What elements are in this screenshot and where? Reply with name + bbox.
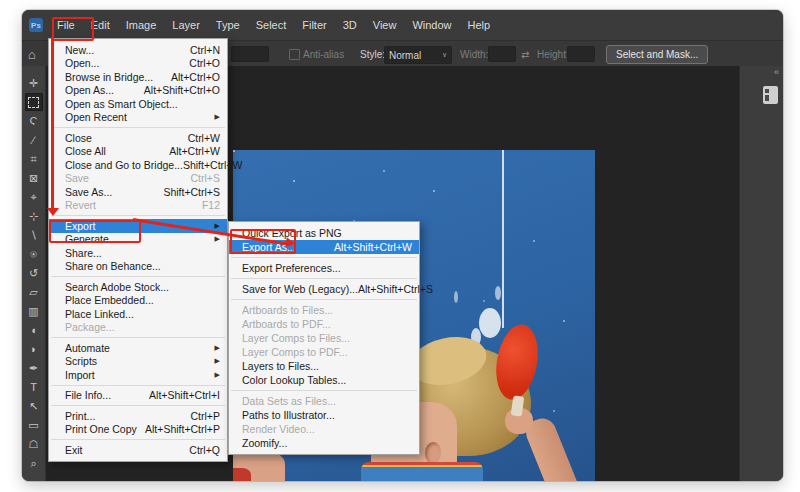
- move-tool-icon: ✛: [29, 77, 38, 90]
- height-input[interactable]: [567, 46, 595, 62]
- menu-window[interactable]: Window: [404, 10, 459, 40]
- menu-item-import[interactable]: Import▶: [49, 368, 227, 382]
- zoom-tool[interactable]: ⌕: [25, 454, 43, 472]
- menu-item-print-one-copy[interactable]: Print One CopyAlt+Shift+Ctrl+P: [49, 423, 227, 437]
- menu-item-close-all[interactable]: Close AllAlt+Ctrl+W: [49, 145, 227, 159]
- rectangle-tool[interactable]: ▭: [25, 416, 43, 434]
- menu-item-label: Color Lookup Tables...: [242, 374, 346, 386]
- lasso-tool[interactable]: Ϛ: [25, 112, 43, 130]
- width-input[interactable]: [488, 46, 516, 62]
- menu-image[interactable]: Image: [118, 10, 165, 40]
- brush-tool[interactable]: ∖: [25, 226, 43, 244]
- menu-type[interactable]: Type: [208, 10, 248, 40]
- blur-tool[interactable]: ◖: [25, 321, 43, 339]
- menu-item-share[interactable]: Share...: [49, 246, 227, 260]
- menu-item-label: Open as Smart Object...: [65, 98, 178, 110]
- menu-layer[interactable]: Layer: [164, 10, 208, 40]
- menu-item-open-as-smart-object[interactable]: Open as Smart Object...: [49, 97, 227, 111]
- menu-item-export-as[interactable]: Export As...Alt+Shift+Ctrl+W: [229, 240, 419, 254]
- menu-item-layer-comps-to-pdf[interactable]: Layer Comps to PDF...: [229, 345, 419, 359]
- paint-specks: [233, 150, 235, 152]
- menu-item-open[interactable]: Open...Ctrl+O: [49, 57, 227, 71]
- menu-item-exit[interactable]: ExitCtrl+Q: [49, 443, 227, 457]
- menu-item-new[interactable]: New...Ctrl+N: [49, 43, 227, 57]
- eraser-tool[interactable]: ▱: [25, 283, 43, 301]
- menu-item-zoomify[interactable]: Zoomify...: [229, 436, 419, 450]
- menu-item-close-and-go-to-bridge[interactable]: Close and Go to Bridge...Shift+Ctrl+W: [49, 158, 227, 172]
- menu-item-place-embedded[interactable]: Place Embedded...: [49, 294, 227, 308]
- menu-item-label: Close and Go to Bridge...: [65, 159, 183, 171]
- menu-item-export[interactable]: Export▶: [49, 219, 227, 233]
- menu-item-label: Zoomify...: [242, 437, 287, 449]
- menu-item-layer-comps-to-files[interactable]: Layer Comps to Files...: [229, 331, 419, 345]
- menu-item-search-adobe-stock[interactable]: Search Adobe Stock...: [49, 280, 227, 294]
- menu-separator: [51, 439, 225, 440]
- menu-item-open-as[interactable]: Open As...Alt+Shift+Ctrl+O: [49, 84, 227, 98]
- menu-item-shortcut: Alt+Shift+Ctrl+I: [149, 389, 220, 401]
- menu-filter[interactable]: Filter: [294, 10, 334, 40]
- dodge-tool[interactable]: ◗: [25, 340, 43, 358]
- menu-item-scripts[interactable]: Scripts▶: [49, 355, 227, 369]
- photoshop-window: Ps FileEditImageLayerTypeSelectFilter3DV…: [22, 10, 783, 481]
- menu-item-shortcut: F12: [202, 199, 220, 211]
- menu-item-revert[interactable]: RevertF12: [49, 199, 227, 213]
- anti-alias-checkbox[interactable]: [289, 49, 300, 60]
- menu-item-export-preferences[interactable]: Export Preferences...: [229, 261, 419, 275]
- menu-item-label: Generate: [65, 233, 109, 245]
- menu-item-automate[interactable]: Automate▶: [49, 341, 227, 355]
- menu-file[interactable]: File: [49, 10, 83, 40]
- menu-item-share-on-behance[interactable]: Share on Behance...: [49, 260, 227, 274]
- panel-icon[interactable]: [763, 86, 778, 104]
- menu-edit[interactable]: Edit: [83, 10, 118, 40]
- menu-3d[interactable]: 3D: [335, 10, 365, 40]
- menu-item-paths-to-illustrator[interactable]: Paths to Illustrator...: [229, 408, 419, 422]
- menu-select[interactable]: Select: [248, 10, 295, 40]
- menu-item-save-as[interactable]: Save As...Shift+Ctrl+S: [49, 185, 227, 199]
- move-tool[interactable]: ✛: [25, 74, 43, 92]
- menu-separator: [231, 299, 417, 300]
- menu-item-render-video[interactable]: Render Video...: [229, 422, 419, 436]
- link-dimensions-icon[interactable]: ⇄: [521, 41, 529, 67]
- clone-stamp-tool[interactable]: ⍟: [25, 245, 43, 263]
- frame-tool[interactable]: ⊠: [25, 169, 43, 187]
- eyedropper-tool[interactable]: ⌖: [25, 188, 43, 206]
- menu-item-data-sets-as-files[interactable]: Data Sets as Files...: [229, 394, 419, 408]
- menu-item-file-info[interactable]: File Info...Alt+Shift+Ctrl+I: [49, 389, 227, 403]
- pen-tool[interactable]: ✒: [25, 359, 43, 377]
- menu-view[interactable]: View: [365, 10, 405, 40]
- menu-item-layers-to-files[interactable]: Layers to Files...: [229, 359, 419, 373]
- menu-item-artboards-to-pdf[interactable]: Artboards to PDF...: [229, 317, 419, 331]
- collapse-panels-icon[interactable]: «: [774, 67, 779, 77]
- rectangular-marquee-tool[interactable]: [25, 93, 43, 111]
- menu-item-shortcut: Alt+Shift+Ctrl+S: [358, 283, 433, 295]
- menu-item-color-lookup-tables[interactable]: Color Lookup Tables...: [229, 373, 419, 387]
- feather-input[interactable]: [231, 46, 269, 62]
- path-selection-tool[interactable]: ↖: [25, 397, 43, 415]
- home-icon[interactable]: ⌂: [28, 41, 36, 67]
- menu-item-package[interactable]: Package...: [49, 321, 227, 335]
- spot-healing-brush-tool[interactable]: ⊹: [25, 207, 43, 225]
- menu-help[interactable]: Help: [460, 10, 499, 40]
- menu-item-open-recent[interactable]: Open Recent▶: [49, 111, 227, 125]
- menu-item-browse-in-bridge[interactable]: Browse in Bridge...Alt+Ctrl+O: [49, 70, 227, 84]
- history-brush-tool[interactable]: ↺: [25, 264, 43, 282]
- menu-item-close[interactable]: CloseCtrl+W: [49, 131, 227, 145]
- select-and-mask-button[interactable]: Select and Mask...: [606, 45, 708, 64]
- menu-item-quick-export-as-png[interactable]: Quick Export as PNG: [229, 226, 419, 240]
- quick-selection-tool[interactable]: ∕: [25, 131, 43, 149]
- gradient-tool[interactable]: ▥: [25, 302, 43, 320]
- path-selection-tool-icon: ↖: [29, 400, 38, 413]
- menu-item-generate[interactable]: Generate▶: [49, 233, 227, 247]
- hand-tool[interactable]: ☖: [25, 435, 43, 453]
- menu-item-save[interactable]: SaveCtrl+S: [49, 172, 227, 186]
- history-brush-tool-icon: ↺: [29, 267, 38, 280]
- crop-tool[interactable]: ⌗: [25, 150, 43, 168]
- menu-item-place-linked[interactable]: Place Linked...: [49, 307, 227, 321]
- style-dropdown[interactable]: Normal ∨: [384, 46, 452, 64]
- menu-item-save-for-web-legacy[interactable]: Save for Web (Legacy)...Alt+Shift+Ctrl+S: [229, 282, 419, 296]
- menu-item-label: Export Preferences...: [242, 262, 341, 274]
- type-tool[interactable]: T: [25, 378, 43, 396]
- menu-item-artboards-to-files[interactable]: Artboards to Files...: [229, 303, 419, 317]
- menu-item-print[interactable]: Print...Ctrl+P: [49, 409, 227, 423]
- submenu-arrow-icon: ▶: [215, 113, 220, 121]
